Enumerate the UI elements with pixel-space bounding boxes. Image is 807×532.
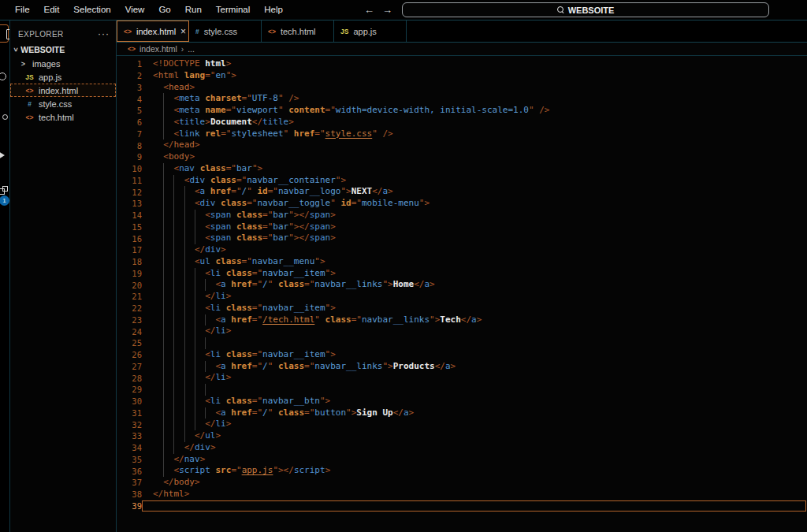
code-line-19[interactable]: 19 <li class="navbar__item">	[117, 268, 807, 280]
code-line-3[interactable]: 3 <head>	[117, 82, 807, 94]
code-line-28[interactable]: 28 </li>	[117, 372, 807, 384]
code-line-34[interactable]: 34 </div>	[117, 442, 807, 454]
line-content[interactable]: <link rel="stylesheet" href="style.css" …	[142, 128, 807, 140]
menu-go[interactable]: Go	[151, 0, 177, 20]
line-content[interactable]: <a href="/" class="navbar__links">Produc…	[142, 361, 807, 373]
menu-help[interactable]: Help	[257, 0, 290, 20]
menu-edit[interactable]: Edit	[37, 0, 67, 20]
code-line-20[interactable]: 20 <a href="/" class="navbar__links">Hom…	[117, 279, 807, 291]
code-line-32[interactable]: 32 </li>	[117, 419, 807, 430]
line-content[interactable]: </li>	[142, 372, 807, 384]
explorer-item-index-html[interactable]: <>index.html	[10, 84, 116, 97]
code-line-31[interactable]: 31 <a href="/" class="button">Sign Up</a…	[117, 407, 807, 419]
code-line-21[interactable]: 21 </li>	[117, 291, 807, 303]
code-line-16[interactable]: 16 <span class="bar"></span>	[117, 233, 807, 244]
code-line-11[interactable]: 11 <div class="navbar__container">	[117, 175, 807, 187]
menu-view[interactable]: View	[118, 0, 152, 20]
code-line-25[interactable]: 25	[117, 337, 807, 349]
line-content[interactable]: </div>	[142, 442, 807, 454]
code-line-9[interactable]: 9 <body>	[117, 151, 807, 163]
code-line-29[interactable]: 29	[117, 384, 807, 396]
code-line-15[interactable]: 15 <span class="bar"></span>	[117, 221, 807, 233]
source-control-icon[interactable]	[2, 110, 10, 125]
code-line-39[interactable]: 39	[117, 500, 807, 512]
tab-app-js[interactable]: JSapp.js	[334, 20, 407, 42]
menu-file[interactable]: File	[8, 0, 37, 20]
run-debug-icon[interactable]	[2, 148, 10, 162]
explorer-item-tech-html[interactable]: <>tech.html	[10, 110, 116, 124]
menu-run[interactable]: Run	[178, 0, 209, 20]
code-line-5[interactable]: 5 <meta name="viewport" content="width=d…	[117, 105, 807, 117]
line-content[interactable]: <span class="bar"></span>	[142, 221, 807, 233]
line-content[interactable]: <!DOCTYPE html>	[142, 58, 807, 70]
line-content[interactable]: </li>	[142, 326, 807, 337]
line-content[interactable]: <a href="/" id="navbar__logo">NEXT</a>	[142, 186, 807, 198]
line-content[interactable]: <a href="/" class="button">Sign Up</a>	[142, 407, 807, 419]
code-line-23[interactable]: 23 <a href="/tech.html" class="navbar__l…	[117, 314, 807, 326]
line-content[interactable]: <title>Document</title>	[142, 117, 807, 128]
line-content[interactable]: </li>	[142, 419, 807, 430]
forward-arrow-icon[interactable]: →	[382, 4, 392, 16]
code-line-17[interactable]: 17 </div>	[117, 244, 807, 256]
explorer-root-folder[interactable]: > WEBSOITE	[10, 43, 116, 57]
tab-index-html[interactable]: <>index.html×	[117, 20, 189, 42]
code-line-13[interactable]: 13 <div class="navbar__toggle" id="mobil…	[117, 198, 807, 210]
code-line-10[interactable]: 10 <nav class="bar">	[117, 163, 807, 175]
breadcrumb-more[interactable]: ...	[188, 44, 195, 54]
line-content[interactable]: <ul class="navbar__menu">	[142, 256, 807, 268]
line-content[interactable]: <li class="navbar__item">	[142, 303, 807, 314]
line-content[interactable]: <span class="bar"></span>	[142, 210, 807, 221]
line-content[interactable]: </head>	[142, 140, 807, 151]
explorer-item-app-js[interactable]: JSapp.js	[10, 70, 116, 84]
code-line-36[interactable]: 36 <script src="app.js"></script>	[117, 465, 807, 477]
line-content[interactable]: <div class="navbar__toggle" id="mobile-m…	[142, 198, 807, 210]
code-line-30[interactable]: 30 <li class="navbar__btn">	[117, 396, 807, 407]
code-line-7[interactable]: 7 <link rel="stylesheet" href="style.css…	[117, 128, 807, 140]
line-content[interactable]: </li>	[142, 291, 807, 303]
code-line-37[interactable]: 37 </body>	[117, 477, 807, 489]
line-content[interactable]	[142, 500, 806, 512]
tab-tech-html[interactable]: <>tech.html	[262, 20, 334, 42]
explorer-item-style-css[interactable]: #style.css	[10, 97, 116, 110]
line-content[interactable]: </ul>	[142, 430, 807, 442]
menu-terminal[interactable]: Terminal	[209, 0, 257, 20]
line-content[interactable]: </nav>	[142, 454, 807, 466]
search-sidebar-icon[interactable]	[2, 69, 10, 84]
code-line-24[interactable]: 24 </li>	[117, 326, 807, 337]
line-content[interactable]: <div class="navbar__container">	[142, 175, 807, 187]
code-line-12[interactable]: 12 <a href="/" id="navbar__logo">NEXT</a…	[117, 186, 807, 198]
line-content[interactable]: <li class="navbar__btn">	[142, 396, 807, 407]
line-content[interactable]: <a href="/tech.html" class="navbar__link…	[142, 314, 807, 326]
code-line-35[interactable]: 35 </nav>	[117, 454, 807, 466]
explorer-item-images[interactable]: >images	[10, 57, 116, 70]
code-line-4[interactable]: 4 <meta charset="UTF-8" />	[117, 93, 807, 105]
code-line-8[interactable]: 8 </head>	[117, 140, 807, 151]
back-arrow-icon[interactable]: ←	[364, 4, 374, 16]
line-content[interactable]: <nav class="bar">	[142, 163, 807, 175]
line-content[interactable]: <li class="navbar__item">	[142, 268, 807, 280]
breadcrumb[interactable]: <> index.html › ...	[117, 43, 807, 56]
code-line-2[interactable]: 2<html lang="en">	[117, 70, 807, 82]
line-content[interactable]: <meta name="viewport" content="width=dev…	[142, 105, 807, 117]
line-content[interactable]: <meta charset="UTF-8" />	[142, 93, 807, 105]
breadcrumb-file[interactable]: index.html	[139, 44, 177, 54]
line-content[interactable]: <li class="navbar__item">	[142, 349, 807, 361]
line-content[interactable]: <head>	[142, 82, 807, 94]
line-content[interactable]: <span class="bar"></span>	[142, 233, 807, 244]
line-content[interactable]	[142, 384, 807, 396]
code-editor[interactable]: 1<!DOCTYPE html>2<html lang="en">3 <head…	[117, 56, 807, 532]
close-icon[interactable]: ×	[180, 26, 186, 37]
code-line-18[interactable]: 18 <ul class="navbar__menu">	[117, 256, 807, 268]
line-content[interactable]: <script src="app.js"></script>	[142, 465, 807, 477]
code-line-1[interactable]: 1<!DOCTYPE html>	[117, 58, 807, 70]
code-line-27[interactable]: 27 <a href="/" class="navbar__links">Pro…	[117, 361, 807, 373]
tab-style-css[interactable]: #style.css	[189, 20, 262, 42]
code-line-33[interactable]: 33 </ul>	[117, 430, 807, 442]
line-content[interactable]: </div>	[142, 244, 807, 256]
menu-selection[interactable]: Selection	[66, 0, 117, 20]
line-content[interactable]: <body>	[142, 151, 807, 163]
explorer-icon[interactable]	[2, 27, 10, 41]
line-content[interactable]: </body>	[142, 477, 807, 489]
line-content[interactable]: <a href="/" class="navbar__links">Home</…	[142, 279, 807, 291]
code-line-6[interactable]: 6 <title>Document</title>	[117, 117, 807, 128]
